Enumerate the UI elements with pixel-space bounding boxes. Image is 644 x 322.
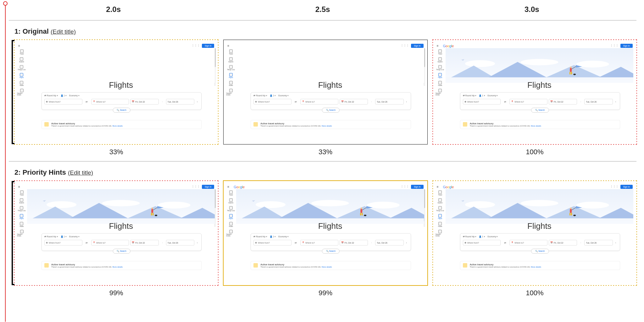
sidebar-item[interactable]: Travel — [229, 49, 233, 55]
sidebar-item[interactable]: Things to do — [227, 65, 235, 71]
sidebar-item[interactable]: Hotels — [438, 81, 442, 86]
sidebar-item[interactable]: Travel — [438, 49, 442, 55]
passenger-select[interactable]: 👤 1 — [270, 235, 276, 238]
filmstrip-frame[interactable]: ≡ Google ⋮⋮⋮ Sign in TravelExploreThings… — [224, 181, 427, 285]
apps-grid-icon[interactable]: ⋮⋮⋮ — [192, 44, 200, 47]
cabin-class-select[interactable]: Economy — [69, 94, 80, 97]
sidebar-item[interactable]: Hotels — [20, 222, 24, 227]
edit-title-link[interactable]: (Edit title) — [68, 169, 93, 176]
sidebar-item[interactable]: Vacation rentals — [226, 89, 236, 96]
search-button[interactable]: 🔍 Search — [531, 249, 549, 254]
passenger-select[interactable]: 👤 1 — [61, 235, 67, 238]
trip-type-select[interactable]: ⇄ Round trip — [253, 235, 267, 238]
date-stepper[interactable]: › — [405, 100, 408, 103]
sidebar-item[interactable]: Explore — [19, 57, 24, 63]
origin-input[interactable]: ◉ Where from? — [253, 99, 291, 105]
return-date-input[interactable]: Tue, Oct 26 — [375, 240, 403, 246]
sidebar-item[interactable]: Things to do — [18, 206, 26, 212]
sidebar-item[interactable]: Hotels — [229, 222, 233, 227]
cabin-class-select[interactable]: Economy — [488, 94, 498, 97]
sidebar-item[interactable]: Vacation rentals — [436, 230, 445, 237]
origin-input[interactable]: ◉ Where from? — [44, 99, 82, 105]
sidebar-item[interactable]: Travel — [20, 49, 24, 55]
swap-icon[interactable]: ⇄ — [502, 100, 508, 103]
cabin-class-select[interactable]: Economy — [278, 235, 289, 238]
hamburger-icon[interactable]: ≡ — [227, 44, 229, 48]
sidebar-item[interactable]: Travel — [438, 190, 442, 196]
search-button[interactable]: 🔍 Search — [113, 108, 130, 113]
sign-in-button[interactable]: Sign in — [202, 185, 214, 189]
sidebar-item[interactable]: Flights — [19, 214, 24, 219]
sign-in-button[interactable]: Sign in — [620, 44, 633, 48]
passenger-select[interactable]: 👤 1 — [270, 94, 276, 97]
search-button[interactable]: 🔍 Search — [322, 108, 340, 113]
sidebar-item[interactable]: Explore — [229, 198, 233, 204]
destination-input[interactable]: 📍 Where to? — [509, 99, 547, 105]
depart-date-input[interactable]: 📅 Fri, Oct 22 — [340, 99, 368, 105]
sidebar-item[interactable]: Vacation rentals — [17, 230, 26, 237]
return-date-input[interactable]: Tue, Oct 26 — [166, 99, 194, 105]
sign-in-button[interactable]: Sign in — [202, 44, 214, 48]
sidebar-item[interactable]: Explore — [229, 57, 233, 63]
timeline-marker[interactable] — [3, 1, 8, 6]
filmstrip-frame[interactable]: ≡ ⋮⋮⋮ Sign in TravelExploreThings to doF… — [14, 181, 218, 285]
cabin-class-select[interactable]: Economy — [488, 235, 498, 238]
destination-input[interactable]: 📍 Where to? — [300, 240, 338, 246]
advisory-more-link[interactable]: More details — [113, 125, 123, 127]
cabin-class-select[interactable]: Economy — [69, 235, 80, 238]
date-stepper[interactable]: › — [614, 241, 617, 244]
apps-grid-icon[interactable]: ⋮⋮⋮ — [401, 44, 409, 47]
sign-in-button[interactable]: Sign in — [620, 185, 633, 189]
sidebar-item[interactable]: Explore — [19, 198, 24, 204]
date-stepper[interactable]: › — [614, 100, 617, 103]
apps-grid-icon[interactable]: ⋮⋮⋮ — [401, 185, 409, 188]
sidebar-item[interactable]: Vacation rentals — [436, 89, 445, 96]
sidebar-item[interactable]: Vacation rentals — [17, 89, 26, 96]
sidebar-item[interactable]: Travel — [229, 190, 233, 196]
depart-date-input[interactable]: 📅 Fri, Oct 22 — [549, 240, 577, 246]
swap-icon[interactable]: ⇄ — [84, 241, 90, 244]
origin-input[interactable]: ◉ Where from? — [44, 240, 82, 246]
return-date-input[interactable]: Tue, Oct 26 — [584, 240, 613, 246]
filmstrip-frame[interactable]: ≡ Google ⋮⋮⋮ Sign in TravelExploreThings… — [433, 181, 636, 285]
destination-input[interactable]: 📍 Where to? — [300, 99, 338, 105]
hamburger-icon[interactable]: ≡ — [437, 44, 439, 48]
date-stepper[interactable]: › — [405, 241, 408, 244]
sidebar-item[interactable]: Hotels — [229, 81, 233, 86]
return-date-input[interactable]: Tue, Oct 26 — [166, 240, 194, 246]
trip-type-select[interactable]: ⇄ Round trip — [463, 235, 477, 238]
apps-grid-icon[interactable]: ⋮⋮⋮ — [610, 44, 619, 47]
origin-input[interactable]: ◉ Where from? — [463, 99, 501, 105]
swap-icon[interactable]: ⇄ — [84, 100, 90, 103]
sidebar-item[interactable]: Flights — [229, 73, 233, 78]
sidebar-item[interactable]: Hotels — [20, 81, 24, 86]
swap-icon[interactable]: ⇄ — [293, 100, 299, 103]
passenger-select[interactable]: 👤 1 — [61, 94, 67, 97]
trip-type-select[interactable]: ⇄ Round trip — [44, 235, 58, 238]
depart-date-input[interactable]: 📅 Fri, Oct 22 — [130, 99, 158, 105]
date-stepper[interactable]: › — [196, 100, 199, 103]
swap-icon[interactable]: ⇄ — [502, 241, 508, 244]
trip-type-select[interactable]: ⇄ Round trip — [253, 94, 267, 97]
destination-input[interactable]: 📍 Where to? — [91, 240, 129, 246]
search-button[interactable]: 🔍 Search — [531, 108, 549, 113]
destination-input[interactable]: 📍 Where to? — [91, 99, 129, 105]
advisory-more-link[interactable]: More details — [113, 266, 123, 268]
sign-in-button[interactable]: Sign in — [411, 185, 423, 189]
trip-type-select[interactable]: ⇄ Round trip — [44, 94, 58, 97]
hamburger-icon[interactable]: ≡ — [227, 185, 229, 189]
sign-in-button[interactable]: Sign in — [411, 44, 423, 48]
sidebar-item[interactable]: Flights — [19, 73, 24, 78]
date-stepper[interactable]: › — [196, 241, 199, 244]
apps-grid-icon[interactable]: ⋮⋮⋮ — [610, 185, 619, 188]
advisory-more-link[interactable]: More details — [322, 266, 332, 268]
filmstrip-frame[interactable]: ≡ ⋮⋮⋮ Sign in TravelExploreThings to doF… — [224, 40, 427, 144]
search-button[interactable]: 🔍 Search — [113, 249, 130, 254]
depart-date-input[interactable]: 📅 Fri, Oct 22 — [340, 240, 368, 246]
advisory-more-link[interactable]: More details — [531, 125, 541, 127]
trip-type-select[interactable]: ⇄ Round trip — [463, 94, 477, 97]
filmstrip-frame[interactable]: ≡ ⋮⋮⋮ Sign in TravelExploreThings to doF… — [14, 40, 218, 144]
hamburger-icon[interactable]: ≡ — [437, 185, 439, 189]
hamburger-icon[interactable]: ≡ — [18, 44, 20, 48]
origin-input[interactable]: ◉ Where from? — [463, 240, 501, 246]
